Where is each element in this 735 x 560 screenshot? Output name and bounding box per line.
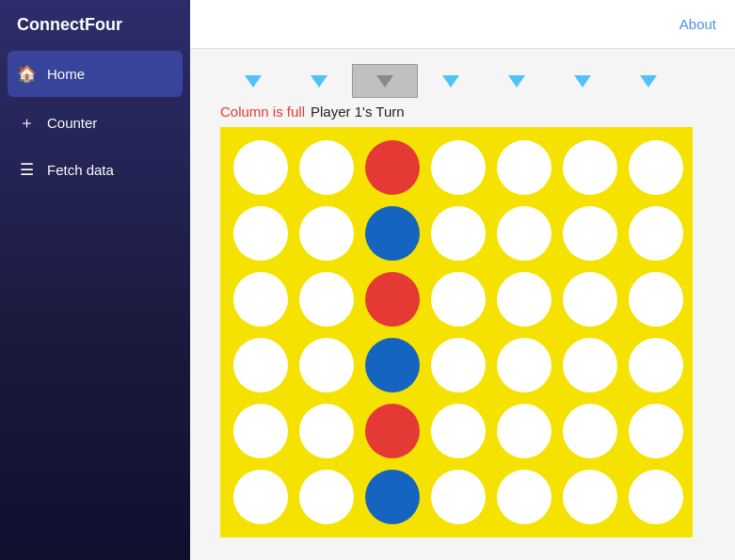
board-cell-18: [491, 266, 557, 332]
disc-empty-39: [497, 470, 551, 524]
main-area: About Column is full Player 1's Turn: [190, 0, 735, 560]
list-icon: ☰: [17, 160, 36, 180]
board-cell-9: [360, 200, 425, 266]
column-arrow-0[interactable]: [220, 64, 286, 98]
board-cell-22: [294, 332, 360, 398]
disc-empty-40: [563, 470, 617, 524]
board-cell-5: [557, 135, 623, 200]
board-cell-2: [360, 135, 425, 200]
column-arrow-4[interactable]: [484, 64, 550, 98]
board-cell-19: [557, 266, 623, 332]
disc-blue-37: [365, 470, 420, 524]
disc-empty-12: [563, 206, 617, 261]
status-row: Column is full Player 1's Turn: [220, 104, 712, 120]
disc-blue-23: [365, 338, 420, 392]
board-cell-11: [491, 200, 557, 266]
sidebar-item-fetch-data-label: Fetch data: [47, 162, 114, 178]
disc-empty-14: [233, 272, 288, 327]
board-cell-35: [228, 464, 294, 530]
disc-empty-24: [431, 338, 486, 392]
board-cell-16: [360, 266, 425, 332]
column-arrow-2[interactable]: [352, 64, 418, 98]
board-cell-27: [623, 332, 689, 398]
board-cell-41: [623, 464, 689, 530]
board-cell-14: [228, 266, 294, 332]
disc-empty-31: [431, 404, 486, 458]
board-cell-15: [294, 266, 360, 332]
topbar: About: [190, 0, 735, 49]
board-cell-25: [491, 332, 557, 398]
disc-empty-19: [563, 272, 617, 327]
board-cell-37: [360, 464, 425, 530]
board-cell-32: [491, 398, 557, 464]
disc-red-30: [365, 404, 420, 458]
column-arrows-row: [220, 64, 712, 98]
board-cell-12: [557, 200, 623, 266]
disc-empty-11: [497, 206, 551, 261]
board-cell-36: [294, 464, 360, 530]
board-cell-17: [425, 266, 491, 332]
board-cell-10: [425, 200, 491, 266]
disc-empty-25: [497, 338, 551, 392]
disc-red-2: [365, 140, 420, 195]
disc-red-16: [365, 272, 420, 327]
board-cell-30: [360, 398, 425, 464]
disc-empty-29: [299, 404, 354, 458]
board-cell-29: [294, 398, 360, 464]
disc-empty-10: [431, 206, 486, 261]
home-icon: 🏠: [17, 64, 36, 84]
board-cell-0: [228, 135, 294, 200]
disc-empty-27: [629, 338, 683, 392]
disc-empty-7: [233, 206, 288, 261]
about-link[interactable]: About: [679, 16, 716, 32]
disc-empty-41: [629, 470, 683, 524]
disc-empty-32: [497, 404, 551, 458]
board-cell-1: [294, 135, 360, 200]
disc-empty-0: [233, 140, 288, 195]
disc-empty-18: [497, 272, 551, 327]
disc-empty-38: [431, 470, 486, 524]
board-cell-24: [425, 332, 491, 398]
disc-empty-3: [431, 140, 486, 195]
board-cell-7: [228, 200, 294, 266]
board-cell-40: [557, 464, 623, 530]
disc-empty-21: [233, 338, 288, 392]
column-arrow-1[interactable]: [286, 64, 352, 98]
disc-empty-26: [563, 338, 617, 392]
game-board: [220, 127, 693, 537]
sidebar: ConnectFour 🏠 Home ＋ Counter ☰ Fetch dat…: [0, 0, 190, 560]
column-arrow-5[interactable]: [550, 64, 615, 98]
disc-empty-1: [299, 140, 354, 195]
disc-empty-35: [233, 470, 288, 524]
board-cell-3: [425, 135, 491, 200]
column-arrow-3[interactable]: [418, 64, 484, 98]
board-cell-34: [623, 398, 689, 464]
disc-empty-20: [629, 272, 683, 327]
board-cell-20: [623, 266, 689, 332]
disc-empty-15: [299, 272, 354, 327]
board-cell-6: [623, 135, 689, 200]
board-cell-28: [228, 398, 294, 464]
board-cell-8: [294, 200, 360, 266]
plus-icon: ＋: [17, 112, 36, 134]
disc-empty-5: [563, 140, 617, 195]
board-cell-4: [491, 135, 557, 200]
content-area: Column is full Player 1's Turn: [190, 49, 735, 560]
app-title: ConnectFour: [0, 0, 190, 49]
disc-empty-34: [629, 404, 683, 458]
turn-message: Player 1's Turn: [311, 104, 405, 120]
disc-empty-28: [233, 404, 288, 458]
disc-empty-13: [629, 206, 683, 261]
board-cell-21: [228, 332, 294, 398]
sidebar-item-home[interactable]: 🏠 Home: [8, 51, 183, 97]
board-cell-31: [425, 398, 491, 464]
disc-empty-4: [497, 140, 551, 195]
sidebar-item-counter[interactable]: ＋ Counter: [0, 99, 190, 147]
column-arrow-6[interactable]: [615, 64, 681, 98]
sidebar-item-fetch-data[interactable]: ☰ Fetch data: [0, 147, 190, 193]
disc-empty-36: [299, 470, 354, 524]
board-cell-39: [491, 464, 557, 530]
column-full-message: Column is full: [220, 104, 305, 120]
disc-empty-22: [299, 338, 354, 392]
disc-empty-17: [431, 272, 486, 327]
